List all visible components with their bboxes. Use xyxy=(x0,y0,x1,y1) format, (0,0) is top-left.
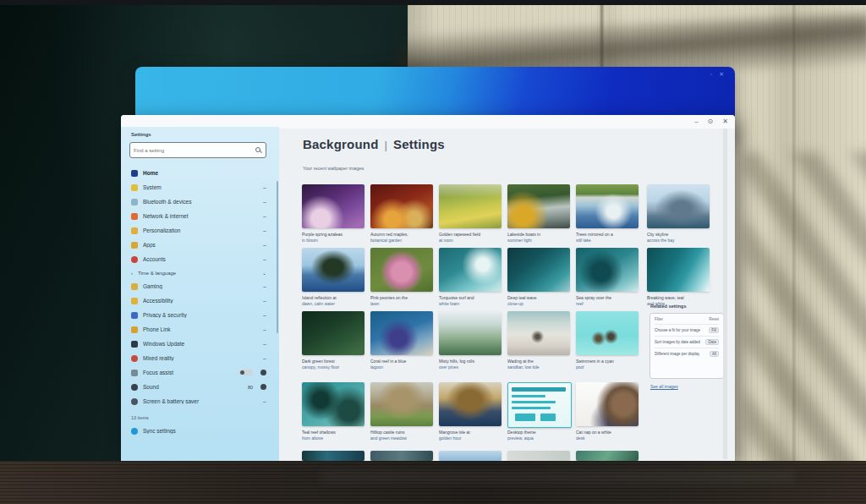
preview-button xyxy=(515,414,535,421)
preview-text-bar xyxy=(512,401,556,403)
wallpaper-thumbnail[interactable] xyxy=(507,248,570,292)
wallpaper-thumbnail[interactable] xyxy=(302,311,364,355)
wallpaper-thumbnail[interactable] xyxy=(370,248,433,292)
preview-button xyxy=(540,414,556,421)
thumbnail-caption-line1: Lakeside boats in xyxy=(507,232,572,237)
thumbnail-caption-line2[interactable]: dawn, calm water xyxy=(302,301,366,306)
thumbnail-caption-line1: Breaking wave, teal xyxy=(647,295,711,300)
wallpaper-thumbnail[interactable] xyxy=(576,184,639,228)
wallpaper-thumbnail[interactable] xyxy=(439,184,502,228)
blue-window-controls[interactable]: ◦ ✕ xyxy=(710,71,726,78)
wallpaper-thumbnail[interactable] xyxy=(576,248,639,292)
setting-text: Sort images by date added xyxy=(655,340,700,344)
thumbnail-caption-line1: Purple spring azaleas xyxy=(302,232,366,237)
thumbnail-caption-line2[interactable]: reef xyxy=(576,301,640,306)
thumbnail-caption-line1: Pink peonies on the xyxy=(370,295,435,300)
thumbnail-caption-line2[interactable]: lawn xyxy=(370,301,435,306)
desk-reflection xyxy=(321,470,795,484)
wallpaper-thumbnail[interactable] xyxy=(302,184,364,228)
filter-label[interactable]: Filter xyxy=(655,317,663,321)
preview-text-bar xyxy=(512,387,566,392)
wallpaper-thumbnail[interactable] xyxy=(439,311,502,355)
thumbnail-caption-line2[interactable]: white foam xyxy=(439,301,503,306)
thumbnail-caption-line1: Deep teal wave xyxy=(507,295,572,300)
setting-text: Different image per display xyxy=(655,352,699,356)
thumbnail-caption-line1: Misty hills, fog rolls xyxy=(439,359,503,364)
thumbnail-caption-line2[interactable]: canopy, mossy floor xyxy=(302,364,366,370)
card-toolbar: Filter Reset xyxy=(655,317,719,321)
thumbnail-caption-line1: Sea spray over the xyxy=(576,295,640,300)
thumbnail-caption-line1: Hilltop castle ruins xyxy=(370,430,435,435)
thumbnail-caption-line2[interactable]: desk xyxy=(576,436,640,441)
thumbnail-caption-line1: Trees mirrored on a xyxy=(576,232,640,237)
setting-text: Choose a fit for your image xyxy=(655,328,700,332)
thumbnail-caption-line2[interactable]: preview, aqua xyxy=(507,436,572,441)
setting-chip-button[interactable]: All xyxy=(710,351,719,357)
thumbnail-caption-line2[interactable]: at noon xyxy=(439,238,503,243)
related-setting-row[interactable]: Choose a fit for your imageFill xyxy=(655,324,719,336)
wallpaper-thumbnail[interactable] xyxy=(370,184,433,228)
thumbnail-caption-line1: Teal reef shallows xyxy=(302,430,366,435)
thumbnail-caption-line1: City skyline xyxy=(647,232,711,237)
reset-button[interactable]: Reset xyxy=(709,317,719,321)
thumbnail-caption-line1: Mangrove isle at xyxy=(439,430,503,435)
preview-text-bar xyxy=(512,395,545,397)
wallpaper-thumbnail[interactable] xyxy=(302,382,364,426)
related-setting-row[interactable]: Sort images by date addedDate xyxy=(655,336,719,348)
thumbnail-caption-line1: Autumn red maples, xyxy=(370,232,435,237)
wall-light-stripes xyxy=(744,152,866,474)
content-scrollbar-track[interactable] xyxy=(723,129,727,459)
thumbnail-caption-line2[interactable]: sandbar, low tide xyxy=(507,364,572,370)
thumbnail-caption-line2[interactable]: still lake xyxy=(576,238,640,243)
thumbnail-caption-line1: Wading at the xyxy=(507,359,572,364)
related-settings-header: Related settings xyxy=(650,304,686,309)
wallpaper-thumbnail[interactable] xyxy=(507,382,572,428)
wallpaper-thumbnail[interactable] xyxy=(439,248,502,292)
thumbnail-caption-line1: Turquoise surf and xyxy=(439,295,503,300)
thumbnail-caption-line2[interactable]: in bloom xyxy=(302,238,366,243)
settings-window: – ⊙ ✕ Settings HomeSystem–Bluetooth & de… xyxy=(121,115,735,461)
wallpaper-thumbnail[interactable] xyxy=(647,248,710,292)
setting-chip-button[interactable]: Fill xyxy=(709,327,719,333)
thumbnail-caption-line2[interactable]: summer light xyxy=(507,238,572,243)
see-all-link[interactable]: See all images xyxy=(650,384,678,389)
wallpaper-thumbnail[interactable] xyxy=(302,451,364,461)
wallpaper-thumbnail[interactable] xyxy=(370,382,433,426)
wallpaper-thumbnail[interactable] xyxy=(576,451,639,461)
thumbnail-caption-line1: Desktop theme xyxy=(507,430,572,435)
thumbnail-caption-line2[interactable]: golden hour xyxy=(439,436,503,441)
thumbnail-caption-line2[interactable]: and green meadow xyxy=(370,436,435,441)
related-settings-card: Filter Reset Choose a fit for your image… xyxy=(650,313,724,379)
wallpaper-gallery: Purple spring azaleasin bloomAutumn red … xyxy=(121,115,735,461)
wallpaper-thumbnail[interactable] xyxy=(576,311,639,355)
thumbnail-caption-line1: Golden rapeseed field xyxy=(439,232,503,237)
thumbnail-caption-line2[interactable]: close-up xyxy=(507,301,572,306)
thumbnail-caption-line1: Dark green forest xyxy=(302,359,366,364)
thumbnail-caption-line2[interactable]: over pines xyxy=(439,364,503,370)
thumbnail-caption-line2[interactable]: across the bay xyxy=(647,238,711,243)
setting-chip-button[interactable]: Date xyxy=(705,339,719,345)
card-rows: Choose a fit for your imageFillSort imag… xyxy=(655,324,719,359)
related-setting-row[interactable]: Different image per displayAll xyxy=(655,348,719,359)
wallpaper-thumbnail[interactable] xyxy=(507,451,570,461)
thumbnail-caption-line1: Cat nap on a white xyxy=(576,430,640,435)
wallpaper-thumbnail[interactable] xyxy=(507,184,570,228)
wallpaper-thumbnail[interactable] xyxy=(370,451,433,461)
wallpaper-thumbnail[interactable] xyxy=(370,311,433,355)
ceiling-shadow xyxy=(0,0,866,5)
thumbnail-caption-line2[interactable]: botanical garden xyxy=(370,238,435,243)
wallpaper-thumbnail[interactable] xyxy=(647,184,710,228)
wallpaper-thumbnail[interactable] xyxy=(439,382,502,426)
thumbnail-caption-line2[interactable]: from above xyxy=(302,436,366,441)
wallpaper-thumbnail[interactable] xyxy=(576,382,639,426)
thumbnail-caption-line1: Island reflection at xyxy=(302,295,366,300)
thumbnail-caption-line2[interactable]: lagoon xyxy=(370,364,435,370)
preview-text-bar xyxy=(512,407,551,409)
thumbnail-caption-line1: Coral reef in a blue xyxy=(370,359,435,364)
wallpaper-thumbnail[interactable] xyxy=(507,311,570,355)
thumbnail-caption-line2[interactable]: pool xyxy=(576,364,640,370)
thumbnail-caption-line1: Swimmers in a cyan xyxy=(576,359,640,364)
photo-scene: ◦ ✕ – ⊙ ✕ Settings HomeSystem–Bluetooth … xyxy=(0,0,866,504)
wallpaper-thumbnail[interactable] xyxy=(439,451,502,461)
wallpaper-thumbnail[interactable] xyxy=(302,248,364,292)
